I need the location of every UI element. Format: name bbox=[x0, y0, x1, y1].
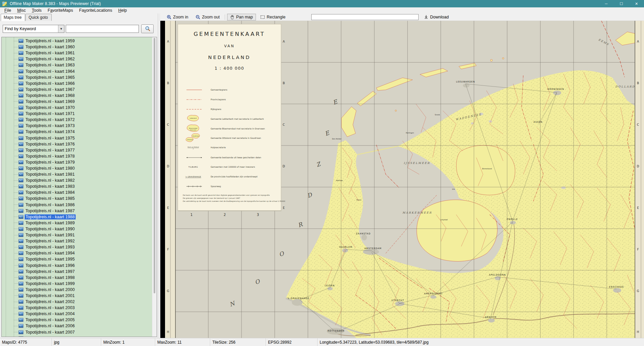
menu-misc[interactable]: Misc bbox=[14, 8, 29, 13]
tree-item[interactable]: Topotijdreis.nl - kaart 1975 bbox=[2, 135, 152, 141]
rectangle-button[interactable]: Rectangle bbox=[257, 14, 288, 20]
status-panel-6: Longitude=5.347223, Latitude=53.039683, … bbox=[318, 338, 644, 346]
tree-item[interactable]: Topotijdreis.nl - kaart 1982 bbox=[2, 177, 152, 183]
tree-item[interactable]: Topotijdreis.nl - kaart 1966 bbox=[2, 80, 152, 86]
tree-item[interactable]: Topotijdreis.nl - kaart 2005 bbox=[2, 317, 152, 323]
tree-item[interactable]: Topotijdreis.nl - kaart 2006 bbox=[2, 323, 152, 329]
tree-item-label: Topotijdreis.nl - kaart 1982 bbox=[24, 178, 76, 183]
tree-item[interactable]: Topotijdreis.nl - kaart 1963 bbox=[2, 62, 152, 68]
zoom-out-button[interactable]: Zoom out bbox=[193, 14, 223, 20]
grid-column-number: 1 bbox=[191, 213, 193, 217]
tree-item[interactable]: Topotijdreis.nl - kaart 1965 bbox=[2, 74, 152, 80]
tree-item-label: Topotijdreis.nl - kaart 1978 bbox=[24, 154, 76, 159]
map-layer-icon bbox=[18, 276, 23, 280]
maximize-button[interactable]: ☐ bbox=[614, 0, 629, 7]
map-city-label: LEIDEN bbox=[325, 284, 335, 287]
tree-item-label: Topotijdreis.nl - kaart 1973 bbox=[24, 123, 76, 128]
tree-item[interactable]: Topotijdreis.nl - kaart 1961 bbox=[2, 50, 152, 56]
tree-item[interactable]: Topotijdreis.nl - kaart 1998 bbox=[2, 275, 152, 281]
toolbar-button-label: Rectangle bbox=[267, 15, 285, 19]
tree-item-label: Topotijdreis.nl - kaart 2005 bbox=[24, 317, 76, 323]
panel-splitter[interactable] bbox=[158, 13, 160, 338]
tree-item[interactable]: Topotijdreis.nl - kaart 2008 bbox=[2, 335, 152, 337]
menu-tools[interactable]: Tools bbox=[29, 8, 45, 13]
pan-map-button[interactable]: Pan map bbox=[227, 14, 256, 20]
tree-item[interactable]: Topotijdreis.nl - kaart 1983 bbox=[2, 183, 152, 189]
tree-item-label: Topotijdreis.nl - kaart 1999 bbox=[24, 281, 76, 286]
tree-item[interactable]: Topotijdreis.nl - kaart 2000 bbox=[2, 287, 152, 293]
tree-item[interactable]: Topotijdreis.nl - kaart 2003 bbox=[2, 305, 152, 311]
tab-maps-tree[interactable]: Maps tree bbox=[1, 14, 25, 21]
tab-quick-goto[interactable]: Quick goto bbox=[25, 14, 51, 21]
tree-item[interactable]: Topotijdreis.nl - kaart 1980 bbox=[2, 165, 152, 171]
tree-item-label: Topotijdreis.nl - kaart 2007 bbox=[24, 330, 76, 335]
tree-scrollbar-thumb[interactable] bbox=[154, 38, 155, 293]
toolbar-input[interactable] bbox=[311, 14, 419, 20]
tree-item[interactable]: Topotijdreis.nl - kaart 2007 bbox=[2, 329, 152, 335]
grid-row-letter: B bbox=[283, 81, 285, 85]
menu-help[interactable]: Help bbox=[115, 8, 130, 13]
tree-item[interactable]: Topotijdreis.nl - kaart 1978 bbox=[2, 153, 152, 159]
tree-item-label: Topotijdreis.nl - kaart 2008 bbox=[24, 336, 76, 337]
tree-item[interactable]: Topotijdreis.nl - kaart 2002 bbox=[2, 299, 152, 305]
legend-title-line: 1 : 400 000 bbox=[215, 66, 244, 71]
tree-item[interactable]: Topotijdreis.nl - kaart 1970 bbox=[2, 105, 152, 111]
search-button[interactable] bbox=[141, 24, 154, 33]
map-legend: GEMEENTENKAARTVANNEDERLAND1 : 400 000Gem… bbox=[178, 24, 285, 211]
tree-item[interactable]: Topotijdreis.nl - kaart 1994 bbox=[2, 250, 152, 256]
tree-item[interactable]: Topotijdreis.nl - kaart 1967 bbox=[2, 86, 152, 93]
close-button[interactable]: ✕ bbox=[629, 0, 644, 7]
tree-item[interactable]: Topotijdreis.nl - kaart 1977 bbox=[2, 147, 152, 153]
tree-item[interactable]: Topotijdreis.nl - kaart 1959 bbox=[2, 38, 152, 44]
grid-row-letter: E bbox=[283, 206, 285, 210]
map-town-label: Harlingen bbox=[406, 132, 414, 134]
map-viewport[interactable]: GEMEENTENKAARTVANNEDERLAND1 : 400 000Gem… bbox=[160, 21, 644, 338]
tree-item[interactable]: Topotijdreis.nl - kaart 1974 bbox=[2, 129, 152, 135]
tree-item[interactable]: Topotijdreis.nl - kaart 1999 bbox=[2, 281, 152, 287]
menu-file[interactable]: File bbox=[1, 8, 14, 13]
chevron-down-icon[interactable]: ▼ bbox=[58, 25, 64, 33]
tree-item[interactable]: Topotijdreis.nl - kaart 2001 bbox=[2, 293, 152, 299]
search-input[interactable] bbox=[66, 25, 139, 33]
tree-item[interactable]: Topotijdreis.nl - kaart 1968 bbox=[2, 93, 152, 99]
map-layer-icon bbox=[18, 196, 23, 200]
tree-item[interactable]: Topotijdreis.nl - kaart 1995 bbox=[2, 256, 152, 262]
find-mode-dropdown[interactable]: Find by Keyword ▼ bbox=[3, 25, 64, 33]
zoom-in-button[interactable]: Zoom in bbox=[164, 14, 191, 20]
tree-item[interactable]: Topotijdreis.nl - kaart 1969 bbox=[2, 99, 152, 105]
minimize-button[interactable]: ─ bbox=[599, 0, 614, 7]
menu-favoritemaps[interactable]: FavoriteMaps bbox=[45, 8, 76, 13]
map-layer-icon bbox=[18, 178, 23, 182]
tree-item[interactable]: Topotijdreis.nl - kaart 1993 bbox=[2, 244, 152, 250]
menubar: FileMiscToolsFavoriteMapsFavoriteLocatio… bbox=[0, 7, 644, 13]
tree-item[interactable]: Topotijdreis.nl - kaart 1987 bbox=[2, 208, 152, 214]
map-layer-icon bbox=[18, 166, 23, 170]
tree-item[interactable]: Topotijdreis.nl - kaart 1992 bbox=[2, 238, 152, 244]
tree-item[interactable]: Topotijdreis.nl - kaart 1964 bbox=[2, 68, 152, 74]
titlebar: Offline Map Maker 8.383 - Maps Previewer… bbox=[0, 0, 644, 7]
tree-item[interactable]: Topotijdreis.nl - kaart 1960 bbox=[2, 44, 152, 50]
tree-item[interactable]: Topotijdreis.nl - kaart 1989 bbox=[2, 220, 152, 226]
tree-item-label: Topotijdreis.nl - kaart 1961 bbox=[24, 50, 76, 56]
tree-item[interactable]: Topotijdreis.nl - kaart 2004 bbox=[2, 311, 152, 317]
tree-item[interactable]: Topotijdreis.nl - kaart 1972 bbox=[2, 117, 152, 123]
menu-favoritelocations[interactable]: FavoriteLocations bbox=[76, 8, 115, 13]
tree-item[interactable]: Topotijdreis.nl - kaart 1979 bbox=[2, 159, 152, 165]
tree-item[interactable]: Topotijdreis.nl - kaart 1976 bbox=[2, 141, 152, 147]
svg-text:Hoek van Holland: Hoek van Holland bbox=[187, 146, 199, 148]
tree-item[interactable]: Topotijdreis.nl - kaart 1991 bbox=[2, 232, 152, 238]
tree-item[interactable]: Topotijdreis.nl - kaart 1996 bbox=[2, 262, 152, 268]
tree-item[interactable]: Topotijdreis.nl - kaart 1988 bbox=[2, 214, 152, 220]
tree-item[interactable]: Topotijdreis.nl - kaart 1981 bbox=[2, 171, 152, 177]
tree-item[interactable]: Topotijdreis.nl - kaart 1971 bbox=[2, 111, 152, 117]
tree-item[interactable]: Topotijdreis.nl - kaart 1990 bbox=[2, 226, 152, 232]
tree-item[interactable]: Topotijdreis.nl - kaart 1985 bbox=[2, 195, 152, 201]
tree-scrollbar[interactable] bbox=[152, 37, 157, 337]
tree-item[interactable]: Topotijdreis.nl - kaart 1984 bbox=[2, 189, 152, 195]
tree-item[interactable]: Topotijdreis.nl - kaart 1997 bbox=[2, 269, 152, 275]
download-button[interactable]: Download bbox=[421, 14, 451, 20]
tree-item[interactable]: Topotijdreis.nl - kaart 1986 bbox=[2, 202, 152, 208]
map-image[interactable]: GEMEENTENKAARTVANNEDERLAND1 : 400 000Gem… bbox=[160, 21, 644, 338]
tree-item[interactable]: Topotijdreis.nl - kaart 1962 bbox=[2, 56, 152, 62]
tree-item[interactable]: Topotijdreis.nl - kaart 1973 bbox=[2, 123, 152, 129]
